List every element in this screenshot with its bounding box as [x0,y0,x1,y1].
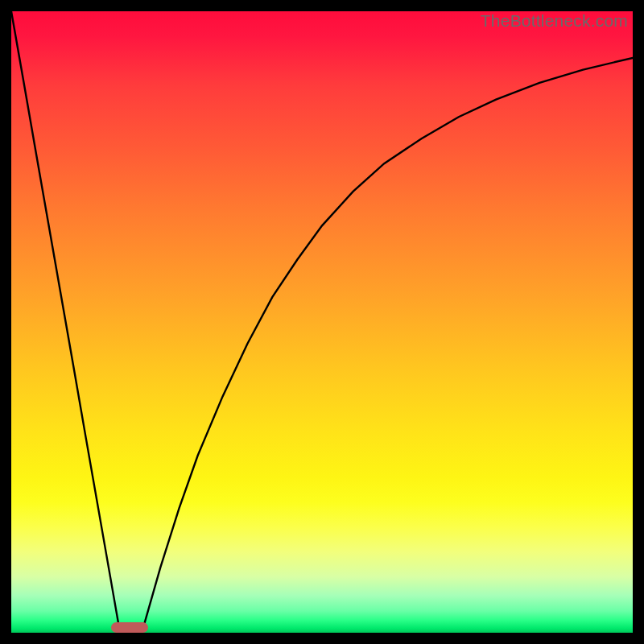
curve-svg [11,11,633,633]
chart-frame: TheBottleneck.com [0,0,644,644]
curve-right-branch [142,58,633,633]
minimum-marker [111,622,148,633]
plot-area: TheBottleneck.com [11,11,633,633]
curve-left-branch [11,11,120,633]
